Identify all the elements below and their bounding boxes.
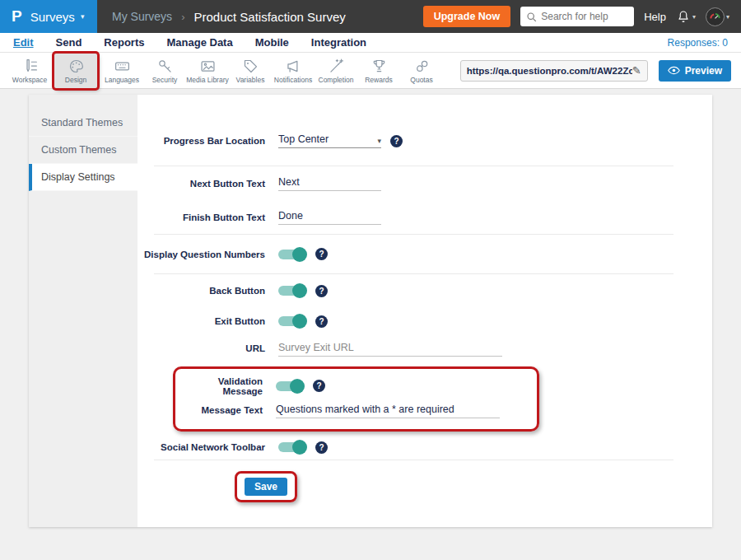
save-annotation-box: Save [235, 471, 297, 502]
survey-nav: Edit Send Reports Manage Data Mobile Int… [0, 33, 741, 53]
progress-bar-location-select[interactable]: Top Center ▾ [278, 133, 381, 148]
next-button-text-input[interactable] [278, 175, 381, 191]
save-area: Save [137, 460, 712, 502]
next-button-text-label: Next Button Text [137, 179, 265, 189]
nav-tab-manage-data[interactable]: Manage Data [166, 36, 232, 49]
exit-button-row: Exit Button ? [137, 307, 712, 335]
finish-button-text-input[interactable] [278, 209, 381, 225]
display-question-numbers-label: Display Question Numbers [137, 250, 265, 259]
magic-wand-icon [328, 58, 345, 75]
eye-icon [668, 66, 680, 75]
validation-message-row: Validation Message ? [175, 373, 537, 399]
edit-url-icon[interactable]: ✎ [632, 64, 641, 77]
finish-button-text-row: Finish Button Text [137, 200, 712, 234]
product-menu-label: Surveys [30, 10, 75, 24]
exit-url-row: URL [137, 335, 712, 362]
validation-message-toggle[interactable] [276, 381, 304, 391]
trophy-icon [370, 58, 388, 75]
links-icon [413, 58, 431, 75]
search-icon [526, 12, 537, 22]
validation-message-label: Validation Message [175, 376, 263, 396]
toolbar-variables[interactable]: Variables [229, 54, 272, 88]
breadcrumb: My Surveys › Product Satisfaction Survey [112, 10, 346, 24]
tag-icon [242, 58, 259, 75]
survey-url-field[interactable]: https://qa.questionpro.com/t/AW22Zcq2J ✎ [460, 60, 648, 82]
message-text-input[interactable] [276, 403, 500, 418]
back-button-row: Back Button ? [137, 274, 712, 307]
bell-icon [676, 9, 691, 24]
avatar [706, 7, 725, 26]
display-question-numbers-toggle[interactable] [278, 250, 306, 259]
responses-count[interactable]: Responses: 0 [668, 37, 741, 49]
help-icon[interactable]: ? [315, 441, 328, 454]
survey-url-text: https://qa.questionpro.com/t/AW22Zcq2J [467, 66, 632, 76]
account-menu[interactable]: ▾ [706, 7, 729, 26]
help-icon[interactable]: ? [315, 315, 328, 328]
exit-button-toggle[interactable] [278, 316, 306, 326]
nav-tab-integration[interactable]: Integration [311, 36, 366, 49]
help-icon[interactable]: ? [315, 248, 328, 260]
social-network-toolbar-label: Social Network Toolbar [137, 442, 265, 452]
keyboard-icon [114, 58, 131, 75]
back-button-label: Back Button [137, 286, 265, 296]
help-link[interactable]: Help [644, 11, 666, 23]
preview-button[interactable]: Preview [659, 60, 731, 82]
chevron-down-icon: ▾ [81, 12, 85, 21]
toolbar-notifications[interactable]: Notifications [272, 54, 315, 88]
breadcrumb-separator-icon: › [181, 11, 184, 23]
validation-annotation-box: Validation Message ? Message Text [173, 366, 539, 432]
notifications-bell[interactable]: ▾ [676, 9, 696, 24]
design-settings-card: Standard Themes Custom Themes Display Se… [29, 95, 712, 527]
image-icon [199, 58, 217, 75]
social-network-toolbar-row: Social Network Toolbar ? [137, 435, 712, 460]
chevron-down-icon: ▾ [726, 13, 729, 21]
sidebar-item-custom-themes[interactable]: Custom Themes [29, 137, 137, 164]
display-question-numbers-row: Display Question Numbers ? [137, 235, 712, 273]
design-palette-icon [68, 58, 85, 75]
help-icon[interactable]: ? [313, 380, 325, 392]
edit-toolbar: Workspace Design Languages Security Medi… [0, 53, 741, 89]
workspace-icon [21, 58, 39, 75]
toolbar-security[interactable]: Security [143, 54, 186, 88]
toolbar-workspace[interactable]: Workspace [8, 54, 51, 88]
breadcrumb-my-surveys[interactable]: My Surveys [112, 10, 172, 23]
sidebar-item-display-settings[interactable]: Display Settings [29, 164, 137, 191]
nav-tab-reports[interactable]: Reports [104, 36, 144, 49]
back-button-toggle[interactable] [278, 286, 306, 296]
exit-button-label: Exit Button [137, 316, 265, 326]
help-search-box[interactable] [520, 7, 634, 26]
progress-bar-location-label: Progress Bar Location [137, 136, 265, 146]
exit-url-label: URL [137, 343, 265, 353]
message-text-row: Message Text [175, 399, 537, 422]
toolbar-languages[interactable]: Languages [100, 54, 143, 88]
finish-button-text-label: Finish Button Text [137, 212, 265, 222]
nav-tab-send[interactable]: Send [56, 36, 82, 49]
key-icon [156, 58, 174, 75]
sidebar-item-standard-themes[interactable]: Standard Themes [29, 110, 137, 137]
help-icon[interactable]: ? [315, 285, 328, 297]
toolbar-completion[interactable]: Completion [315, 54, 357, 88]
help-icon[interactable]: ? [390, 135, 403, 147]
exit-url-input[interactable] [278, 341, 502, 357]
top-header: P Surveys ▾ My Surveys › Product Satisfa… [0, 0, 741, 33]
progress-bar-location-row: Progress Bar Location Top Center ▾ ? [137, 95, 712, 166]
save-button[interactable]: Save [245, 478, 287, 496]
brand-menu[interactable]: P Surveys ▾ [0, 0, 97, 33]
message-text-label: Message Text [175, 405, 263, 415]
next-button-text-row: Next Button Text [137, 166, 712, 200]
toolbar-quotas[interactable]: Quotas [400, 54, 443, 88]
toolbar-media-library[interactable]: Media Library [186, 54, 229, 88]
megaphone-icon [285, 58, 302, 75]
help-search-input[interactable] [541, 11, 627, 22]
display-settings-form: Progress Bar Location Top Center ▾ ? Nex… [137, 95, 712, 527]
chevron-down-icon: ▾ [377, 137, 381, 145]
toolbar-rewards[interactable]: Rewards [357, 54, 400, 88]
chevron-down-icon: ▾ [692, 13, 696, 21]
upgrade-now-button[interactable]: Upgrade Now [423, 6, 511, 27]
social-network-toolbar-toggle[interactable] [278, 442, 306, 452]
questionpro-logo-icon: P [12, 7, 22, 26]
page-title: Product Satisfaction Survey [193, 10, 345, 24]
toolbar-design[interactable]: Design [54, 54, 97, 88]
nav-tab-mobile[interactable]: Mobile [255, 36, 289, 49]
nav-tab-edit[interactable]: Edit [13, 36, 34, 49]
